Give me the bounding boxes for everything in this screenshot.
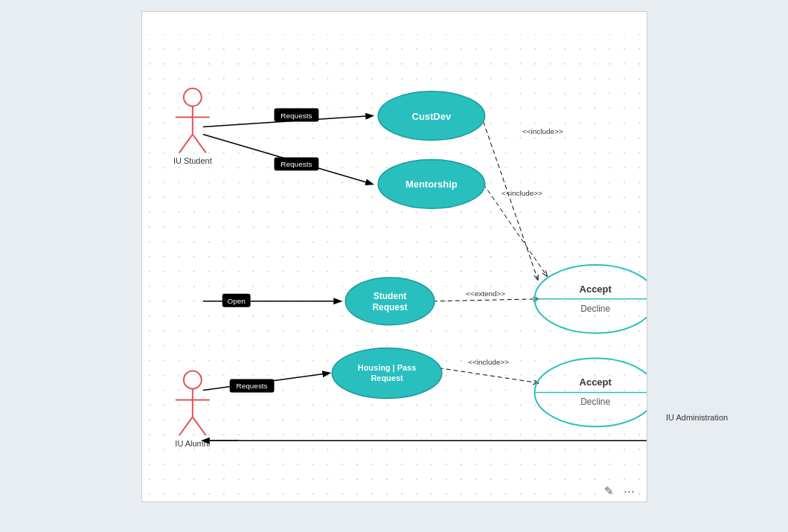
svg-line-61 [696,420,696,422]
svg-text:Housing | Pass: Housing | Pass [358,363,417,372]
svg-text:Request: Request [371,374,403,382]
actor-iu-administration-svg [666,417,728,422]
actor-iu-student-label: IU Student [173,156,212,165]
svg-rect-2 [142,12,647,34]
svg-rect-1 [142,12,647,501]
actor-iu-administration-container: IU Administration [666,417,728,422]
svg-text:Accept: Accept [580,283,612,295]
svg-point-58 [696,417,698,418]
svg-text:<<include>>: <<include>> [468,358,509,366]
svg-text:Mentorship: Mentorship [406,179,458,190]
svg-text:✎: ✎ [604,484,614,497]
svg-text:<<include>>: <<include>> [502,189,542,197]
svg-text:⋯: ⋯ [624,484,635,497]
svg-text:Decline: Decline [580,397,610,407]
svg-text:Decline: Decline [580,304,610,314]
svg-text:Accept: Accept [580,376,612,388]
diagram-container: AlumniPortal Innopolis - Requests IU Stu… [141,11,647,502]
svg-text:Requests: Requests [281,112,312,120]
svg-text:CustDev: CustDev [412,111,452,122]
svg-text:Request: Request [372,302,407,313]
svg-text:Student: Student [374,291,407,301]
svg-text:Requests: Requests [237,382,268,390]
svg-text:<<extend>>: <<extend>> [466,289,505,298]
svg-text:Requests: Requests [281,160,312,168]
svg-line-62 [697,420,698,422]
svg-text:Open: Open [227,297,245,305]
svg-text:<<include>>: <<include>> [522,128,563,136]
